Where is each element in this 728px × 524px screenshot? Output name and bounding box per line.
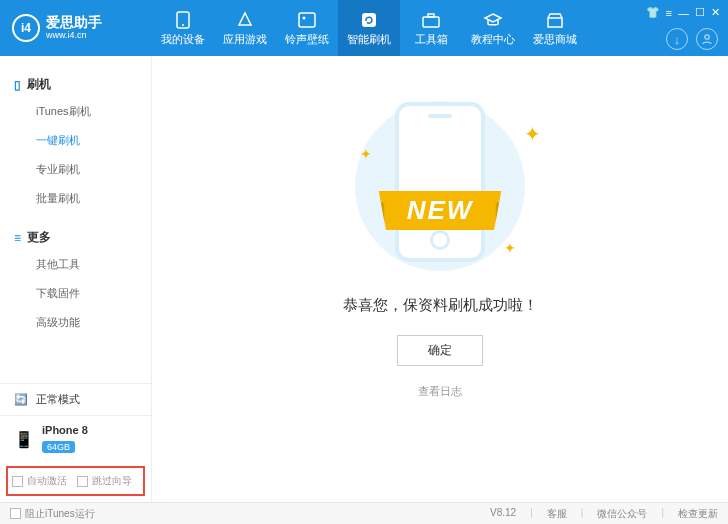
cap-icon [483,10,503,30]
svg-rect-5 [423,17,439,27]
sidebar-item-other-tools[interactable]: 其他工具 [0,250,151,279]
mode-icon: 🔄 [14,393,28,406]
device-storage-badge: 64GB [42,441,75,453]
download-icon[interactable]: ↓ [666,28,688,50]
phone-icon [176,10,190,30]
star-icon: ✦ [524,123,541,145]
sidebar-group-flash[interactable]: ▯刷机 [0,72,151,97]
svg-rect-7 [548,18,562,27]
footer: 阻止iTunes运行 V8.12 | 客服 | 微信公众号 | 检查更新 [0,502,728,524]
success-illustration: ✦ ✦ ✦ NEW [330,96,550,276]
sidebar-device[interactable]: 📱 iPhone 8 64GB [0,416,151,462]
check-auto-activate[interactable]: 自动激活 [12,474,67,488]
star-icon: ✦ [504,240,516,256]
header: i4 爱思助手 www.i4.cn 我的设备 应用游戏 铃声壁纸 智能刷机 工具… [0,0,728,56]
svg-point-3 [303,16,306,19]
nav-my-device[interactable]: 我的设备 [152,0,214,56]
svg-point-8 [705,35,709,39]
sidebar-item-download-fw[interactable]: 下载固件 [0,279,151,308]
toolbox-icon [422,10,440,30]
nav-apps[interactable]: 应用游戏 [214,0,276,56]
svg-point-1 [182,24,184,26]
main-content: ✦ ✦ ✦ NEW 恭喜您，保资料刷机成功啦！ 确定 查看日志 [152,56,728,502]
sidebar: ▯刷机 iTunes刷机 一键刷机 专业刷机 批量刷机 ≡更多 其他工具 下载固… [0,56,152,502]
device-icon: 📱 [14,430,34,449]
nav-tutorials[interactable]: 教程中心 [462,0,524,56]
phone-icon: ▯ [14,78,21,92]
image-icon [298,10,316,30]
sidebar-item-oneclick-flash[interactable]: 一键刷机 [0,126,151,155]
apps-icon [236,10,254,30]
minimize-icon[interactable]: — [678,7,689,19]
sidebar-item-advanced[interactable]: 高级功能 [0,308,151,337]
close-icon[interactable]: ✕ [711,6,720,19]
footer-link-wechat[interactable]: 微信公众号 [597,507,647,521]
new-ribbon: NEW [379,191,502,230]
sidebar-item-batch-flash[interactable]: 批量刷机 [0,184,151,213]
menu-icon[interactable]: ≡ [666,7,672,19]
nav-shop[interactable]: 爱思商城 [524,0,586,56]
sidebar-group-more[interactable]: ≡更多 [0,225,151,250]
svg-rect-6 [428,14,434,17]
star-icon: ✦ [360,146,372,162]
app-url: www.i4.cn [46,29,102,41]
svg-rect-4 [362,13,376,27]
nav-toolbox[interactable]: 工具箱 [400,0,462,56]
sidebar-item-itunes-flash[interactable]: iTunes刷机 [0,97,151,126]
user-icon[interactable] [696,28,718,50]
app-name: 爱思助手 [46,15,102,29]
nav-flash[interactable]: 智能刷机 [338,0,400,56]
sidebar-mode[interactable]: 🔄 正常模式 [0,383,151,416]
view-log-link[interactable]: 查看日志 [418,384,462,399]
device-name: iPhone 8 [42,424,88,436]
maximize-icon[interactable]: ☐ [695,6,705,19]
checkbox-icon [12,476,23,487]
logo[interactable]: i4 爱思助手 www.i4.cn [0,14,152,42]
svg-rect-2 [299,13,315,27]
sidebar-checks-box: 自动激活 跳过向导 [6,466,145,496]
nav-ringtones[interactable]: 铃声壁纸 [276,0,338,56]
footer-link-support[interactable]: 客服 [547,507,567,521]
refresh-icon [360,10,378,30]
success-message: 恭喜您，保资料刷机成功啦！ [343,296,538,315]
check-block-itunes[interactable]: 阻止iTunes运行 [10,507,95,521]
sidebar-item-pro-flash[interactable]: 专业刷机 [0,155,151,184]
shirt-icon[interactable]: 👕 [646,6,660,19]
checkbox-icon [10,508,21,519]
ok-button[interactable]: 确定 [397,335,483,366]
checkbox-icon [77,476,88,487]
mode-label: 正常模式 [36,392,80,407]
more-icon: ≡ [14,231,21,245]
logo-icon: i4 [12,14,40,42]
check-skip-wizard[interactable]: 跳过向导 [77,474,132,488]
version-label: V8.12 [490,507,516,521]
footer-link-update[interactable]: 检查更新 [678,507,718,521]
top-nav: 我的设备 应用游戏 铃声壁纸 智能刷机 工具箱 教程中心 爱思商城 [152,0,586,56]
shop-icon [546,10,564,30]
